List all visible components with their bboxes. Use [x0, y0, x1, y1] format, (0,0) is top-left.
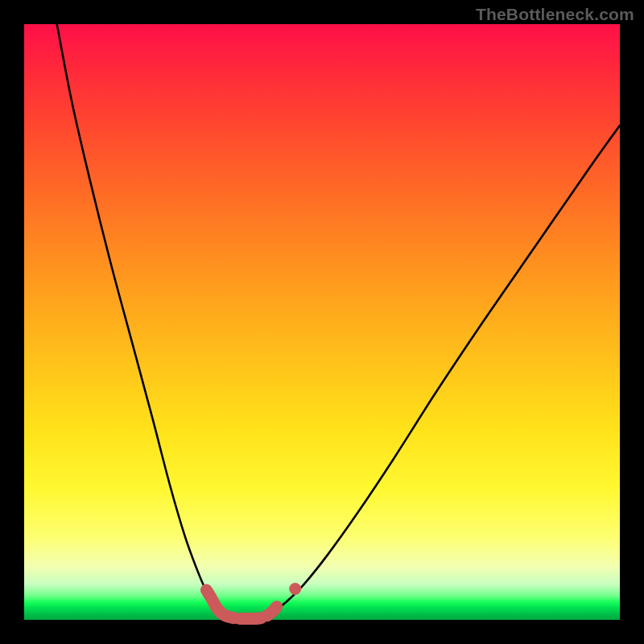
chart-frame: TheBottleneck.com: [0, 0, 644, 644]
right-marker-cluster: [267, 607, 277, 616]
plot-area: [24, 24, 620, 620]
floor-marker-cluster: [240, 618, 262, 619]
chart-svg: [24, 24, 620, 620]
detached-right-marker: [289, 583, 301, 595]
watermark-text: TheBottleneck.com: [476, 5, 634, 24]
bottleneck-curve: [57, 24, 620, 618]
left-marker-cluster: [206, 590, 233, 618]
